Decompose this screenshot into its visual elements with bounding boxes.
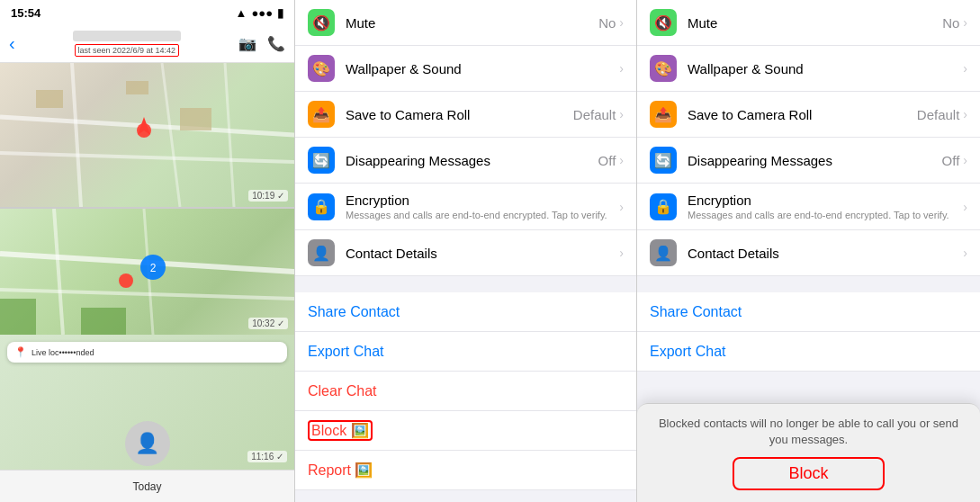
- share-contact-label[interactable]: Share Contact: [308, 304, 400, 320]
- link-block[interactable]: Block 🖼️: [295, 411, 636, 451]
- map-section-1: 10:19 ✓: [0, 63, 295, 207]
- svg-line-4: [225, 63, 234, 207]
- map2-timestamp: 10:32 ✓: [248, 318, 288, 329]
- svg-rect-7: [180, 108, 211, 130]
- report-label[interactable]: Report 🖼️: [308, 462, 373, 479]
- mute-label: Mute: [346, 15, 598, 31]
- encryption-chevron-3: ›: [963, 200, 967, 214]
- battery-icon: ▮: [277, 6, 283, 20]
- link-export-chat[interactable]: Export Chat: [295, 332, 636, 372]
- phone-status-bar: 15:54 ▲ ●●● ▮: [0, 0, 294, 25]
- disappearing-value: Off: [598, 153, 616, 168]
- mute-chevron-3: ›: [963, 15, 967, 30]
- dialog-message: Blocked contacts will no longer be able …: [652, 416, 966, 448]
- mute-icon: 🔇: [308, 9, 335, 36]
- contact-details-icon: 👤: [308, 239, 335, 266]
- video-call-icon[interactable]: 📷: [238, 35, 256, 52]
- export-chat-label-3[interactable]: Export Chat: [650, 344, 725, 360]
- today-label: Today: [132, 480, 161, 493]
- settings-item-disappearing-3[interactable]: 🔄 Disappearing Messages Off ›: [637, 138, 980, 184]
- avatar: 👤: [125, 421, 170, 466]
- settings-panel-2: 🔇 Mute No › 🎨 Wallpaper & Sound › 📤 Save…: [295, 0, 637, 502]
- settings-item-camera-roll-3[interactable]: 📤 Save to Camera Roll Default ›: [637, 92, 980, 138]
- settings-item-encryption-3[interactable]: 🔒 Encryption Messages and calls are end-…: [637, 184, 980, 230]
- camera-roll-chevron-3: ›: [963, 107, 967, 121]
- phone-panel: 15:54 ▲ ●●● ▮ ‹ last seen 2022/6/9 at 14…: [0, 0, 295, 502]
- link-share-contact[interactable]: Share Contact: [295, 292, 636, 332]
- map-section-3: 👤 📍 Live loc••••••nded 11:16 ✓: [0, 335, 294, 470]
- back-button[interactable]: ‹: [9, 33, 15, 54]
- mute-chevron: ›: [619, 15, 624, 30]
- wallpaper-label-3: Wallpaper & Sound: [688, 61, 963, 76]
- link-clear-chat[interactable]: Clear Chat: [295, 372, 636, 411]
- block-dialog: Blocked contacts will no longer be able …: [637, 403, 980, 502]
- dialog-block-button[interactable]: Block: [733, 457, 884, 490]
- svg-rect-6: [126, 81, 148, 94]
- contact-info: last seen 2022/6/9 at 14:42: [22, 31, 231, 57]
- link-export-chat-3[interactable]: Export Chat: [637, 332, 980, 372]
- wallpaper-icon: 🎨: [308, 55, 335, 82]
- encryption-icon: 🔒: [308, 193, 335, 220]
- settings-item-mute-3[interactable]: 🔇 Mute No ›: [637, 0, 980, 46]
- svg-line-3: [162, 63, 180, 207]
- encryption-chevron: ›: [619, 200, 624, 214]
- live-timestamp: 11:16 ✓: [247, 451, 287, 462]
- disappearing-chevron: ›: [619, 153, 624, 167]
- svg-line-11: [0, 290, 295, 299]
- disappearing-icon: 🔄: [308, 147, 335, 174]
- settings-item-mute[interactable]: 🔇 Mute No ›: [295, 0, 636, 46]
- settings-item-disappearing[interactable]: 🔄 Disappearing Messages Off ›: [295, 138, 636, 184]
- contact-details-label-3: Contact Details: [688, 246, 963, 261]
- signal-icon: ●●●: [251, 6, 273, 20]
- live-icon: 📍: [14, 346, 27, 358]
- section-divider-2: [295, 276, 636, 292]
- svg-text:2: 2: [150, 262, 157, 274]
- settings-item-camera-roll[interactable]: 📤 Save to Camera Roll Default ›: [295, 92, 636, 138]
- wallpaper-chevron: ›: [619, 61, 624, 76]
- section-divider-3: [637, 276, 980, 292]
- link-share-contact-3[interactable]: Share Contact: [637, 292, 980, 332]
- settings-list-3: 🔇 Mute No › 🎨 Wallpaper & Sound › 📤 Save…: [637, 0, 980, 276]
- wifi-icon: ▲: [236, 6, 247, 20]
- block-label[interactable]: Block 🖼️: [308, 420, 373, 441]
- contact-details-icon-3: 👤: [650, 239, 677, 266]
- status-icons: ▲ ●●● ▮: [236, 6, 283, 20]
- disappearing-label-3: Disappearing Messages: [688, 153, 942, 168]
- link-report[interactable]: Report 🖼️: [295, 451, 636, 490]
- mute-icon-3: 🔇: [650, 9, 677, 36]
- settings-item-encryption[interactable]: 🔒 Encryption Messages and calls are end-…: [295, 184, 636, 230]
- camera-roll-value: Default: [573, 107, 616, 122]
- contact-details-label: Contact Details: [346, 246, 619, 261]
- contact-name-placeholder: [73, 31, 181, 41]
- last-seen: last seen 2022/6/9 at 14:42: [75, 44, 180, 57]
- share-contact-label-3[interactable]: Share Contact: [650, 304, 742, 320]
- svg-line-2: [72, 63, 81, 207]
- phone-time: 15:54: [11, 6, 40, 20]
- camera-roll-label-3: Save to Camera Roll: [688, 107, 917, 122]
- wallpaper-chevron-3: ›: [963, 61, 967, 76]
- phone-call-icon[interactable]: 📞: [267, 35, 285, 52]
- svg-rect-14: [0, 299, 36, 335]
- links-list-3: Share Contact Export Chat: [637, 292, 980, 372]
- live-location-bubble: 📍 Live loc••••••nded: [7, 342, 287, 363]
- mute-value: No: [598, 15, 616, 31]
- links-list-2: Share Contact Export Chat Clear Chat Blo…: [295, 292, 636, 490]
- camera-roll-icon-3: 📤: [650, 101, 677, 128]
- live-text: Live loc••••••nded: [31, 348, 94, 357]
- wallpaper-icon-3: 🎨: [650, 55, 677, 82]
- contact-details-chevron-3: ›: [963, 246, 967, 260]
- disappearing-label: Disappearing Messages: [346, 153, 598, 168]
- settings-item-wallpaper-3[interactable]: 🎨 Wallpaper & Sound ›: [637, 46, 980, 92]
- clear-chat-label[interactable]: Clear Chat: [308, 383, 376, 399]
- action-icons: 📷 📞: [238, 35, 285, 52]
- settings-item-contact-details-3[interactable]: 👤 Contact Details ›: [637, 230, 980, 276]
- settings-panel-3: 🔇 Mute No › 🎨 Wallpaper & Sound › 📤 Save…: [637, 0, 980, 502]
- settings-item-wallpaper[interactable]: 🎨 Wallpaper & Sound ›: [295, 46, 636, 92]
- disappearing-icon-3: 🔄: [650, 147, 677, 174]
- export-chat-label[interactable]: Export Chat: [308, 344, 383, 360]
- settings-item-contact-details[interactable]: 👤 Contact Details ›: [295, 230, 636, 276]
- contact-details-chevron: ›: [619, 246, 624, 260]
- encryption-sublabel-3: Messages and calls are end-to-end encryp…: [688, 210, 963, 220]
- svg-rect-15: [81, 308, 126, 335]
- camera-roll-chevron: ›: [619, 107, 624, 121]
